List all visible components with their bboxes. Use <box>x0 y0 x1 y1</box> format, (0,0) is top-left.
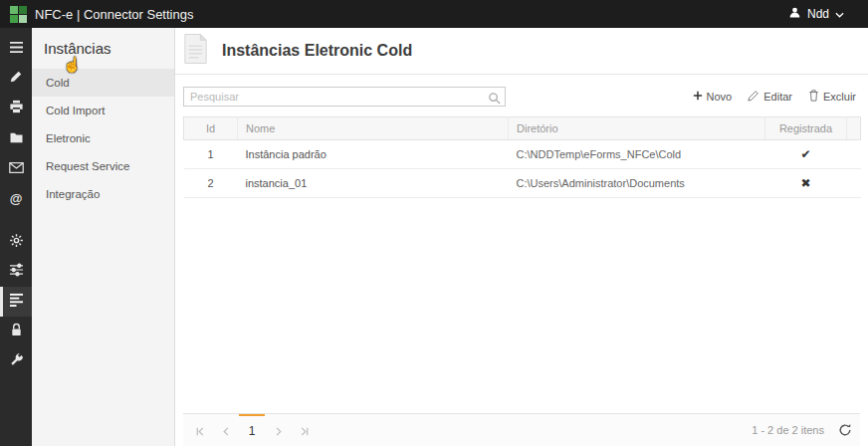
column-header-diretorio[interactable]: Diretório <box>509 117 765 140</box>
column-header-id[interactable]: Id <box>184 117 238 140</box>
search-icon <box>488 91 501 109</box>
lock-icon <box>10 323 23 341</box>
cell-id: 2 <box>184 169 238 198</box>
sidebar-item-request-service[interactable]: Request Service <box>32 152 174 180</box>
novo-label: Novo <box>707 91 733 103</box>
rail-item-mail[interactable] <box>0 153 32 183</box>
sidebar-title: Instâncias <box>32 28 174 69</box>
cell-spacer <box>847 169 861 198</box>
table-row[interactable]: 2 instancia_01 C:\Users\Administrator\Do… <box>184 169 861 198</box>
next-page-button[interactable] <box>265 414 291 446</box>
sliders-icon <box>9 263 24 281</box>
toolbar: Novo Editar Excluir <box>175 75 868 114</box>
printer-icon <box>9 100 24 117</box>
chevron-down-icon <box>835 7 844 21</box>
last-page-button[interactable] <box>291 414 317 446</box>
user-menu[interactable]: Ndd <box>788 6 858 22</box>
editar-button[interactable]: Editar <box>748 90 792 104</box>
excluir-label: Excluir <box>823 91 856 103</box>
novo-button[interactable]: Novo <box>693 91 733 103</box>
cell-spacer <box>847 140 861 169</box>
queue-list-icon <box>9 293 24 311</box>
icon-rail <box>0 28 32 446</box>
cell-nome: Instância padrão <box>238 140 509 169</box>
sidebar-item-cold-import[interactable]: Cold Import <box>32 97 174 124</box>
rail-item-sliders[interactable] <box>0 257 32 287</box>
gear-icon <box>9 233 24 252</box>
app-title: NFC-e | Connector Settings <box>35 7 193 22</box>
action-buttons: Novo Editar Excluir <box>693 90 860 104</box>
column-header-nome[interactable]: Nome <box>238 117 509 140</box>
pager-summary: 1 - 2 de 2 itens <box>752 424 824 436</box>
main-panel: Instâncias Eletronic Cold Novo Editar Ex… <box>175 28 868 446</box>
cell-id: 1 <box>184 140 238 169</box>
excluir-button[interactable]: Excluir <box>808 90 856 104</box>
current-page-button[interactable]: 1 <box>239 414 265 446</box>
sidebar: Instâncias Cold Cold Import Eletronic Re… <box>32 28 175 446</box>
grid: Id Nome Diretório Registrada 1 Instância… <box>175 114 868 413</box>
rail-item-folder[interactable] <box>0 123 32 153</box>
first-page-button[interactable] <box>187 414 213 446</box>
sidebar-item-cold[interactable]: Cold <box>32 69 174 97</box>
document-icon <box>181 33 210 69</box>
wrench-icon <box>9 352 24 371</box>
page-title: Instâncias Eletronic Cold <box>222 42 412 60</box>
search-input[interactable] <box>183 87 506 107</box>
search-box <box>183 87 506 107</box>
column-header-registrada[interactable]: Registrada <box>765 117 847 140</box>
envelope-icon <box>9 159 24 177</box>
user-name: Ndd <box>807 7 829 21</box>
refresh-button[interactable] <box>838 423 852 437</box>
folder-icon <box>9 129 24 147</box>
rail-item-pen[interactable] <box>0 64 32 94</box>
rail-item-printer[interactable] <box>0 94 32 123</box>
at-icon <box>10 189 23 207</box>
rail-item-security[interactable] <box>0 317 32 346</box>
trash-icon <box>808 90 819 104</box>
sidebar-item-eletronic[interactable]: Eletronic <box>32 124 174 152</box>
rail-item-instances[interactable] <box>0 287 32 317</box>
cell-nome: instancia_01 <box>238 169 509 198</box>
hamburger-icon <box>9 40 24 58</box>
pager: 1 1 - 2 de 2 itens <box>183 413 860 446</box>
sidebar-item-integracao[interactable]: Integração <box>32 180 174 208</box>
table-row[interactable]: 1 Instância padrão C:\NDDTemp\eForms_NFC… <box>184 140 861 169</box>
edit-icon <box>748 90 760 104</box>
pen-icon <box>9 70 23 88</box>
topbar: NFC-e | Connector Settings Ndd <box>0 0 868 28</box>
cell-diretorio: C:\NDDTemp\eForms_NFCe\Cold <box>509 140 765 169</box>
not-registered-x-icon: ✖ <box>765 169 847 198</box>
table-header-row: Id Nome Diretório Registrada <box>184 117 861 140</box>
main-header: Instâncias Eletronic Cold <box>175 28 868 75</box>
rail-item-at[interactable] <box>0 183 32 213</box>
ndd-logo-icon <box>10 6 27 23</box>
cell-diretorio: C:\Users\Administrator\Documents <box>509 169 765 198</box>
prev-page-button[interactable] <box>213 414 239 446</box>
menu-toggle-button[interactable] <box>0 34 32 64</box>
plus-icon <box>693 91 703 103</box>
user-icon <box>788 6 801 22</box>
registered-check-icon: ✔ <box>765 140 847 169</box>
rail-item-tools[interactable] <box>0 346 32 376</box>
editar-label: Editar <box>763 91 792 103</box>
scrollbar-spacer-column <box>847 117 861 140</box>
rail-item-settings[interactable] <box>0 227 32 257</box>
